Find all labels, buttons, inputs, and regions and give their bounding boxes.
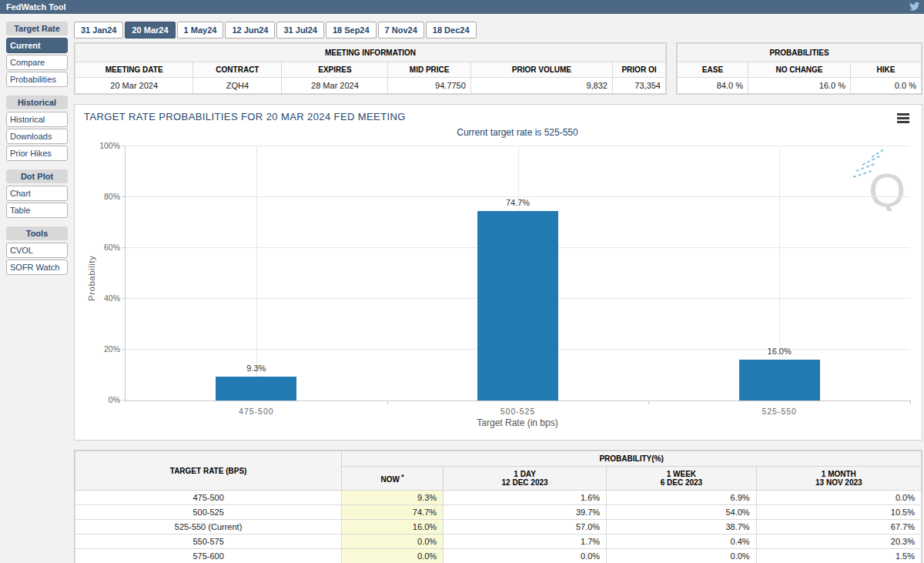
- meeting-info-title: MEETING INFORMATION: [75, 44, 666, 62]
- meeting-info-column-header: CONTRACT: [193, 62, 282, 78]
- tab-1-may24[interactable]: 1 May24: [177, 22, 224, 39]
- chart-subtitle: Current target rate is 525-550: [125, 127, 910, 138]
- tab-18-dec24[interactable]: 18 Dec24: [426, 22, 477, 39]
- probability-history-panel: TARGET RATE (BPS)PROBABILITY(%)NOW *1 DA…: [74, 450, 922, 563]
- target-rate-cell: 525-550 (Current): [75, 520, 342, 535]
- sidebar-section-header-dot-plot: Dot Plot: [6, 169, 68, 183]
- bar-500-525: [477, 211, 558, 401]
- sidebar-section: HistoricalHistoricalDownloadsPrior Hikes: [6, 96, 68, 161]
- target-rate-cell: 475-500: [75, 491, 342, 505]
- hamburger-menu-icon[interactable]: [897, 113, 909, 125]
- x-tick-mark: [387, 400, 388, 404]
- quikstrike-watermark: Q: [852, 148, 907, 214]
- x-axis-title: Target Rate (in bps): [125, 417, 910, 428]
- probabilities-summary-table: PROBABILITIESEASENO CHANGEHIKE84.0 %16.0…: [677, 43, 922, 94]
- bar-value-label: 74.7%: [506, 198, 530, 207]
- probability-cell: 39.7%: [444, 505, 607, 520]
- meeting-info-value: 9,832: [470, 78, 612, 94]
- vertical-gridline: [256, 146, 257, 400]
- probability-cell: 20.3%: [756, 535, 921, 549]
- bar-525-550: [739, 360, 820, 400]
- probability-history-table: TARGET RATE (BPS)PROBABILITY(%)NOW *1 DA…: [75, 451, 922, 563]
- probability-cell: 1.6%: [444, 491, 607, 505]
- y-tick-label: 40%: [104, 293, 120, 303]
- tab-18-sep24[interactable]: 18 Sep24: [326, 22, 377, 39]
- table-row: 575-6000.0%0.0%0.0%1.5%: [75, 549, 922, 563]
- sidebar-item-current[interactable]: Current: [6, 38, 68, 53]
- tab-31-jan24[interactable]: 31 Jan24: [74, 22, 123, 39]
- now-probability-cell: 0.0%: [342, 549, 444, 563]
- tab-12-jun24[interactable]: 12 Jun24: [225, 22, 275, 39]
- svg-text:Q: Q: [869, 163, 906, 211]
- now-probability-cell: 74.7%: [342, 505, 444, 520]
- probability-cell: 0.4%: [607, 535, 757, 549]
- tab-7-nov24[interactable]: 7 Nov24: [378, 22, 424, 39]
- y-tick-label: 100%: [99, 141, 120, 150]
- probabilities-column-header: NO CHANGE: [748, 62, 850, 78]
- now-probability-cell: 9.3%: [342, 491, 444, 505]
- meeting-info-value: 73,354: [612, 78, 665, 94]
- target-rate-cell: 500-525: [75, 505, 342, 520]
- meeting-info-value: 94.7750: [388, 78, 470, 94]
- sidebar-item-compare[interactable]: Compare: [6, 55, 68, 70]
- sub-column-header-now: NOW *: [342, 467, 444, 491]
- meeting-info-column-header: MID PRICE: [388, 62, 470, 78]
- sidebar-section: Dot PlotChartTable: [6, 169, 68, 218]
- sidebar-item-table[interactable]: Table: [6, 203, 68, 218]
- x-category-label: 475-500: [239, 407, 274, 416]
- sidebar-item-cvol[interactable]: CVOL: [6, 243, 68, 258]
- meeting-info-value: 20 Mar 2024: [75, 78, 193, 94]
- sidebar-nav: Target RateCurrentCompareProbabilitiesHi…: [6, 22, 68, 563]
- tab-20-mar24[interactable]: 20 Mar24: [125, 22, 175, 39]
- tab-31-jul24[interactable]: 31 Jul24: [276, 22, 323, 39]
- probabilities-value: 84.0 %: [678, 78, 748, 94]
- meeting-info-column-header: PRIOR VOLUME: [470, 62, 612, 78]
- bar-475-500: [216, 377, 296, 400]
- sidebar-item-probabilities[interactable]: Probabilities: [6, 72, 68, 87]
- sidebar-item-historical[interactable]: Historical: [6, 112, 68, 127]
- y-tick-mark: [122, 247, 126, 248]
- sidebar-item-chart[interactable]: Chart: [6, 186, 68, 201]
- meeting-info-column-header: PRIOR OI: [612, 62, 665, 78]
- x-tick-mark: [648, 400, 649, 404]
- sidebar-section-header-tools: Tools: [6, 226, 68, 240]
- x-category-label: 525-550: [762, 407, 797, 416]
- now-probability-cell: 16.0%: [342, 520, 444, 535]
- y-tick-label: 80%: [104, 192, 120, 201]
- probability-cell: 54.0%: [607, 505, 757, 520]
- probability-cell: 0.0%: [756, 491, 921, 505]
- target-rate-column-header: TARGET RATE (BPS): [75, 451, 342, 491]
- x-tick-mark: [910, 400, 911, 404]
- probabilities-column-header: HIKE: [851, 62, 922, 78]
- meeting-info-column-header: MEETING DATE: [75, 62, 193, 78]
- y-tick-mark: [122, 196, 126, 197]
- probabilities-value: 16.0 %: [748, 78, 850, 94]
- table-row: 525-550 (Current)16.0%57.0%38.7%67.7%: [75, 520, 922, 535]
- sidebar-item-prior-hikes[interactable]: Prior Hikes: [6, 146, 68, 161]
- y-axis-title: Probability: [87, 228, 96, 328]
- meeting-information-panel: MEETING INFORMATIONMEETING DATECONTRACTE…: [74, 42, 667, 95]
- probabilities-value: 0.0 %: [851, 78, 922, 94]
- twitter-bird-glyph: [909, 1, 921, 12]
- meeting-date-tabs: 31 Jan2420 Mar241 May2412 Jun2431 Jul241…: [74, 22, 922, 39]
- table-row: 550-5750.0%1.7%0.4%20.3%: [75, 535, 922, 549]
- meeting-info-column-header: EXPIRES: [282, 62, 388, 78]
- sidebar-section-header-historical: Historical: [6, 96, 68, 109]
- sidebar-section: Target RateCurrentCompareProbabilities: [6, 22, 68, 87]
- chart-title: TARGET RATE PROBABILITIES FOR 20 MAR 202…: [84, 111, 406, 122]
- sub-column-header-1-month: 1 MONTH13 NOV 2023: [756, 467, 921, 491]
- bar-value-label: 16.0%: [768, 347, 792, 356]
- probabilities-title: PROBABILITIES: [678, 44, 922, 62]
- probability-cell: 57.0%: [444, 520, 607, 535]
- twitter-icon[interactable]: [909, 1, 924, 13]
- app-header-bar: FedWatch Tool: [0, 0, 924, 14]
- sidebar-item-downloads[interactable]: Downloads: [6, 129, 68, 144]
- sub-column-header-1-week: 1 WEEK6 DEC 2023: [607, 467, 757, 491]
- bar-value-label: 9.3%: [246, 364, 266, 373]
- probabilities-column-header: EASE: [678, 62, 748, 78]
- app-title: FedWatch Tool: [6, 2, 66, 12]
- probability-cell: 0.0%: [607, 549, 757, 563]
- sidebar-item-sofr-watch[interactable]: SOFR Watch: [6, 260, 68, 275]
- y-tick-label: 0%: [109, 395, 120, 404]
- probability-cell: 67.7%: [756, 520, 921, 535]
